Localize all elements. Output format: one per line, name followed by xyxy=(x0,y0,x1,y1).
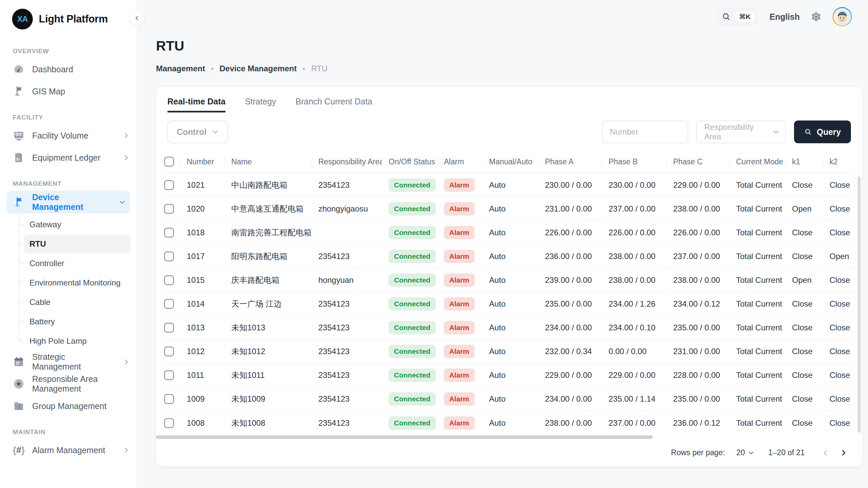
column-header-phase-c: Phase C xyxy=(666,157,730,166)
cell-current-mode: Total Current xyxy=(730,204,785,214)
table-row[interactable]: 1018 南雷路完善工程配电箱 Connected Alarm Auto 226… xyxy=(164,221,854,245)
row-checkbox[interactable] xyxy=(164,370,174,380)
column-header-responsibility-area: Responsibility Area xyxy=(312,157,382,166)
alarm-badge: Alarm xyxy=(444,321,475,334)
row-checkbox[interactable] xyxy=(164,180,174,190)
table-row[interactable]: 1013 未知1013 2354123 Connected Alarm Auto… xyxy=(164,316,854,340)
row-checkbox[interactable] xyxy=(164,251,174,262)
alarm-badge: Alarm xyxy=(444,345,475,358)
breadcrumb-device-management[interactable]: Device Management xyxy=(220,64,297,73)
table-row[interactable]: 1021 中山南路配电箱 2354123 Connected Alarm Aut… xyxy=(164,173,854,197)
column-header-phase-b: Phase B xyxy=(602,157,666,166)
previous-page-button[interactable] xyxy=(819,446,832,460)
chevron-down-icon xyxy=(212,128,219,135)
table-row[interactable]: 1011 未知1011 2354123 Connected Alarm Auto… xyxy=(164,364,854,387)
table-row[interactable]: 1015 庆丰路配电箱 hongyuan Connected Alarm Aut… xyxy=(164,268,854,292)
table-row[interactable]: 1008 未知1008 2354123 Connected Alarm Auto… xyxy=(164,411,854,435)
table-row[interactable]: 1014 天一广场 江边 2354123 Connected Alarm Aut… xyxy=(164,292,854,316)
tab-strategy[interactable]: Strategy xyxy=(245,97,276,113)
page-title: RTU xyxy=(156,38,862,54)
horizontal-scrollbar[interactable] xyxy=(156,435,653,439)
cell-phase-b: 238.00 / 0.00 xyxy=(602,275,666,285)
sidebar: XA Light Platform OVERVIEW Dashboard GIS… xyxy=(0,0,137,488)
rows-per-page: Rows per page: 20 xyxy=(671,448,754,457)
table-header: Number Name Responsibility Area On/Off S… xyxy=(164,151,854,173)
sidebar-subitem-gateway[interactable]: Gateway xyxy=(24,215,130,234)
number-input[interactable] xyxy=(602,121,688,143)
monitor-icon xyxy=(13,129,25,142)
star-circle-icon xyxy=(13,378,25,390)
cell-k1: Close xyxy=(785,418,823,428)
row-checkbox[interactable] xyxy=(164,418,174,428)
sidebar-item-equipment-ledger[interactable]: Equipment Ledger xyxy=(0,147,137,169)
responsibility-area-select[interactable]: Responsibility Area xyxy=(696,121,786,143)
cell-phase-a: 234.00 / 0.00 xyxy=(538,323,602,332)
language-selector[interactable]: English xyxy=(770,12,800,22)
table-row[interactable]: 1017 阳明东路配电箱 2354123 Connected Alarm Aut… xyxy=(164,245,854,268)
cell-k2: Close xyxy=(823,275,854,285)
sidebar-item-label: Group Management xyxy=(32,401,129,411)
section-label-overview: OVERVIEW xyxy=(0,36,137,58)
sidebar-item-responsible-area-management[interactable]: Responsible Area Management xyxy=(0,373,137,395)
cell-phase-c: 231.00 / 0.00 xyxy=(666,347,730,356)
sidebar-item-dashboard[interactable]: Dashboard xyxy=(0,58,137,80)
topbar: ⌘K English xyxy=(137,0,868,33)
user-avatar[interactable] xyxy=(833,7,852,26)
sidebar-collapse-button[interactable] xyxy=(129,11,144,25)
toolbar-filters: Responsibility Area Query xyxy=(602,121,851,143)
sidebar-subitem-rtu[interactable]: RTU xyxy=(24,234,130,254)
row-checkbox[interactable] xyxy=(164,227,174,238)
row-checkbox[interactable] xyxy=(164,204,174,214)
cell-name: 庆丰路配电箱 xyxy=(225,275,312,285)
search-icon xyxy=(722,12,731,22)
sidebar-subitem-battery[interactable]: Battery xyxy=(24,312,130,331)
cell-current-mode: Total Current xyxy=(730,275,785,285)
global-search-button[interactable]: ⌘K xyxy=(716,8,759,26)
alarm-badge: Alarm xyxy=(444,273,475,287)
row-checkbox[interactable] xyxy=(164,394,174,404)
cell-name: 阳明东路配电箱 xyxy=(225,251,312,262)
sidebar-subitem-cable[interactable]: Cable xyxy=(24,293,130,312)
sidebar-subitem-environmental-monitoring[interactable]: Environmental Monitoring xyxy=(24,273,130,293)
row-checkbox[interactable] xyxy=(164,299,174,309)
cell-k1: Open xyxy=(785,204,823,214)
table-row[interactable]: 1012 未知1012 2354123 Connected Alarm Auto… xyxy=(164,340,854,364)
select-all-checkbox[interactable] xyxy=(164,157,174,167)
row-checkbox[interactable] xyxy=(164,346,174,357)
tab-branch-current-data[interactable]: Branch Current Data xyxy=(296,97,372,113)
sidebar-subitem-controller[interactable]: Controller xyxy=(24,254,130,273)
row-checkbox[interactable] xyxy=(164,323,174,333)
cell-k2: Close xyxy=(823,370,854,380)
cell-k1: Close xyxy=(785,370,823,380)
cell-phase-a: 239.00 / 0.00 xyxy=(538,275,602,285)
cell-k2: Close xyxy=(823,204,854,214)
sidebar-item-alarm-management[interactable]: {#} Alarm Management xyxy=(0,439,137,461)
row-checkbox[interactable] xyxy=(164,275,174,285)
gear-icon[interactable] xyxy=(810,11,822,23)
sidebar-item-group-management[interactable]: Group Management xyxy=(0,395,137,417)
cell-k2: Close xyxy=(823,228,854,237)
breadcrumb-management[interactable]: Management xyxy=(156,64,205,73)
next-page-button[interactable] xyxy=(837,446,850,460)
sidebar-item-gis-map[interactable]: GIS Map xyxy=(0,80,137,102)
tab-real-time-data[interactable]: Real-time Data xyxy=(167,97,226,113)
vertical-scrollbar[interactable] xyxy=(858,176,861,433)
sidebar-item-device-management[interactable]: Device Management xyxy=(7,191,130,214)
cell-manual-auto: Auto xyxy=(483,299,538,309)
flag-icon xyxy=(13,196,25,208)
cell-onoff-status: Connected xyxy=(382,226,437,239)
sidebar-subitem-high-pole-lamp[interactable]: High Pole Lamp xyxy=(24,331,130,351)
sidebar-item-label: Responsible Area Management xyxy=(32,374,129,394)
cell-onoff-status: Connected xyxy=(382,202,437,216)
sidebar-item-strategic-management[interactable]: Strategic Management xyxy=(0,351,137,373)
query-button[interactable]: Query xyxy=(794,121,851,143)
cell-number: 1014 xyxy=(180,299,225,309)
alarm-badge: Alarm xyxy=(444,250,475,263)
rows-per-page-select[interactable]: 20 xyxy=(737,448,754,457)
cell-responsibility-area: 2354123 xyxy=(312,180,382,190)
control-dropdown-button[interactable]: Control xyxy=(167,121,228,143)
table-row[interactable]: 1020 中意高速互通配电箱 zhongyigaosu Connected Al… xyxy=(164,197,854,221)
table-row[interactable]: 1009 未知1009 2354123 Connected Alarm Auto… xyxy=(164,387,854,411)
sidebar-item-facility-volume[interactable]: Facility Volume xyxy=(0,124,137,147)
cell-responsibility-area: 2354123 xyxy=(312,299,382,309)
